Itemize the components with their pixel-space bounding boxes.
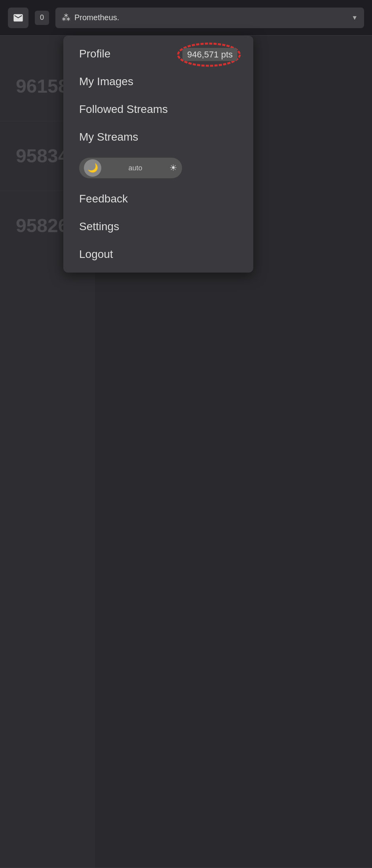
top-bar: 0 ⁂ Prometheus. ▼ — [0, 0, 372, 36]
pts-value: 946,571 pts — [182, 48, 237, 61]
pts-wrapper: 946,571 pts — [182, 48, 237, 60]
user-dropdown-button[interactable]: ⁂ Prometheus. ▼ — [55, 8, 364, 28]
theme-toggle[interactable]: 🌙 auto ☀ — [79, 158, 182, 178]
my-images-menu-item[interactable]: My Images — [66, 68, 250, 95]
main-area: 961588 958341 958264 Profile 946,571 pts… — [0, 36, 372, 868]
settings-label: Settings — [79, 220, 119, 233]
settings-menu-item[interactable]: Settings — [66, 213, 250, 240]
profile-menu-item[interactable]: Profile 946,571 pts — [66, 40, 250, 67]
feedback-menu-item[interactable]: Feedback — [66, 185, 250, 212]
followed-streams-label: Followed Streams — [79, 103, 168, 116]
logout-menu-item[interactable]: Logout — [66, 241, 250, 268]
theme-toggle-row: 🌙 auto ☀ — [66, 152, 250, 184]
chevron-down-icon: ▼ — [351, 14, 358, 21]
logout-label: Logout — [79, 248, 113, 261]
profile-label: Profile — [79, 48, 110, 60]
mail-icon — [13, 12, 24, 23]
my-streams-menu-item[interactable]: My Streams — [66, 124, 250, 151]
auto-label: auto — [128, 164, 142, 172]
mail-button[interactable] — [8, 8, 28, 28]
sun-icon: ☀ — [169, 163, 177, 173]
username-label: Prometheus. — [74, 13, 119, 22]
my-streams-label: My Streams — [79, 131, 138, 143]
my-images-label: My Images — [79, 75, 133, 88]
followed-streams-menu-item[interactable]: Followed Streams — [66, 96, 250, 123]
dropdown-menu: Profile 946,571 pts My Images Followed S… — [63, 36, 253, 273]
feedback-label: Feedback — [79, 193, 128, 205]
user-network-icon: ⁂ — [62, 13, 70, 23]
notification-count: 0 — [35, 11, 49, 25]
moon-icon: 🌙 — [84, 159, 101, 177]
